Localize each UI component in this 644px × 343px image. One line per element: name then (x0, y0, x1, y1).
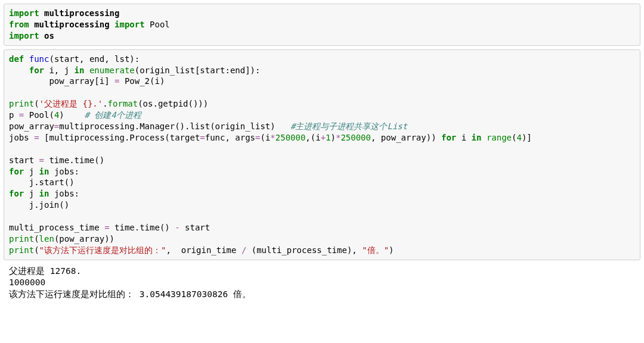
assign-left: pow_array[i] (9, 76, 114, 86)
kw-in: in (472, 133, 482, 142)
kw-import: import (114, 20, 145, 29)
mpt-var: multi_process_time (9, 223, 104, 232)
builtin-print: print (9, 245, 34, 255)
num-4: 4 (516, 133, 521, 142)
kw-for: for (441, 133, 456, 142)
module-os: os (44, 31, 54, 40)
time-call: time.time() (44, 155, 104, 165)
close-paren: ) (389, 245, 394, 255)
func-sig: (start, end, lst): (49, 54, 140, 64)
open-os: (os (138, 99, 153, 108)
out-line3: 该方法下运行速度是对比组的： 3.054439187030826 倍。 (9, 289, 251, 299)
var-j: j (24, 167, 39, 176)
manager-list: multiprocessing.Manager().list(origin_li… (59, 121, 290, 131)
op-mul: * (270, 133, 275, 142)
kw-import: import (9, 8, 39, 18)
watermark: 菜鸟学Python (531, 318, 636, 338)
builtin-format: format (108, 99, 138, 108)
open-paren: ( (34, 245, 39, 255)
str-bei: "倍。" (362, 245, 389, 255)
watermark-text: 菜鸟学Python (556, 319, 636, 337)
origin-time: , origin_time (166, 245, 241, 255)
kw-def: def (9, 54, 24, 64)
builtin-len: len (39, 234, 54, 244)
jobs-var: jobs (9, 133, 34, 142)
open-paren: ( (34, 234, 39, 244)
close-call: )) (198, 99, 208, 108)
builtin-print: print (9, 99, 34, 108)
func-name: func (29, 54, 49, 64)
jobs-a: [multiprocessing.Process(target (39, 133, 200, 142)
enum-arg: (origin_list[start:end]): (135, 66, 261, 75)
comment-pool: # 创建4个进程 (84, 110, 141, 120)
var-j: j (24, 189, 39, 198)
op-eq: = (34, 133, 39, 142)
assign-right: Pow_2(i) (119, 76, 165, 86)
pow-array: pow_array (9, 121, 54, 131)
time-call: time.time() (110, 223, 175, 232)
jobs-f: i (456, 133, 471, 142)
code-block-1: import multiprocessing from multiprocess… (9, 8, 635, 42)
builtin-print: print (9, 234, 34, 244)
input-cell-1: import multiprocessing from multiprocess… (4, 4, 640, 46)
getpid: .getpid() (153, 99, 198, 108)
output-text: 父进程是 12768. 1000000 该方法下运行速度是对比组的： 3.054… (9, 266, 635, 301)
jobs-ref: jobs: (49, 189, 79, 198)
jobs-comma: ,(i (305, 133, 320, 142)
pool-close: ) (59, 110, 84, 120)
kw-for: for (29, 66, 44, 75)
j-join: j.join() (9, 200, 69, 210)
kw-in: in (75, 66, 85, 75)
module-multiprocessing: multiprocessing (44, 8, 119, 18)
str-speed: "该方法下运行速度是对比组的：" (39, 245, 166, 255)
jobs-g (481, 133, 486, 142)
num-1: 1 (326, 133, 330, 142)
jobs-b: func, args (205, 133, 255, 142)
out-line2: 1000000 (9, 277, 45, 287)
num-250000: 250000 (340, 133, 371, 142)
start-ref: start (180, 223, 210, 232)
wechat-icon (531, 318, 551, 338)
vars-ij: i, j (44, 66, 75, 75)
op-eq: = (39, 155, 44, 165)
jobs-d: ) (331, 133, 336, 142)
op-eq: = (104, 223, 109, 232)
pool-call: Pool( (24, 110, 54, 120)
len-arg: (pow_array)) (54, 234, 114, 244)
var-p: p (9, 110, 19, 120)
j-start: j.start() (9, 177, 75, 187)
out-line1: 父进程是 12768. (9, 266, 81, 276)
jobs-i: )] (522, 133, 532, 142)
op-minus: - (175, 223, 179, 232)
jobs-ref: jobs: (49, 167, 79, 176)
dot: . (103, 99, 107, 108)
kw-from: from (9, 20, 29, 29)
kw-for: for (9, 167, 24, 176)
output-cell: 父进程是 12768. 1000000 该方法下运行速度是对比组的： 3.054… (4, 264, 640, 305)
num-250000: 250000 (275, 133, 306, 142)
start-var: start (9, 155, 39, 165)
jobs-e: , pow_array)) (371, 133, 441, 142)
str-parent: '父进程是 {}.' (39, 99, 103, 108)
module-multiprocessing: multiprocessing (34, 20, 109, 29)
jobs-c: (i (260, 133, 270, 142)
mpt-ref: (multi_process_time), (246, 245, 362, 255)
kw-in: in (39, 167, 49, 176)
code-block-2: def func(start, end, lst): for i, j in e… (9, 54, 635, 256)
kw-for: for (9, 189, 24, 198)
input-cell-2: def func(start, end, lst): for i, j in e… (4, 49, 640, 260)
svg-point-0 (535, 325, 543, 330)
svg-point-1 (540, 328, 545, 332)
builtin-range: range (487, 133, 512, 142)
op-plus: + (321, 133, 326, 142)
name-pool: Pool (150, 20, 170, 29)
op-eq: = (200, 133, 205, 142)
kw-import: import (9, 31, 39, 40)
builtin-enumerate: enumerate (89, 66, 135, 75)
kw-in: in (39, 189, 49, 198)
comment-share: #主进程与子进程共享这个List (290, 121, 407, 131)
